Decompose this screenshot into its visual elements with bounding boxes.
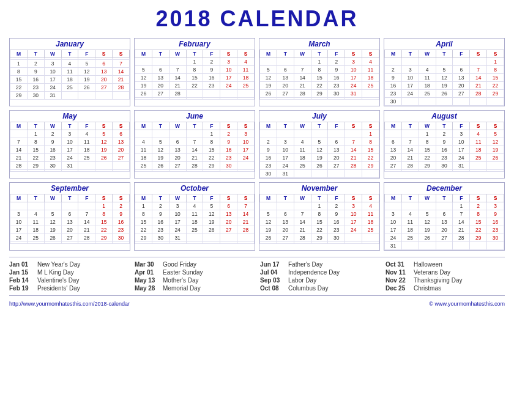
day-cell: 7 xyxy=(294,66,311,74)
holiday-entry: Jan 01New Year's Day xyxy=(9,261,128,268)
day-cell: 1 xyxy=(311,58,328,66)
day-cell: 10 xyxy=(345,210,362,218)
month-block-february: FebruaryMTWTFSS1234567891011121314151617… xyxy=(134,38,255,106)
day-cell xyxy=(10,130,28,138)
month-table: MTWTFSS123456789101112131415161718192021… xyxy=(135,122,255,172)
holiday-name: Independence Day xyxy=(288,269,340,276)
day-header: T xyxy=(311,194,328,202)
day-cell xyxy=(169,242,186,244)
day-cell: 19 xyxy=(311,154,328,162)
day-cell xyxy=(10,170,28,172)
day-cell: 23 xyxy=(487,226,504,234)
day-cell: 12 xyxy=(260,218,277,226)
day-header: W xyxy=(294,50,311,58)
holiday-name: M L King Day xyxy=(37,269,74,276)
day-header: T xyxy=(401,122,419,130)
day-cell: 16 xyxy=(328,74,345,82)
day-cell xyxy=(345,130,362,138)
day-cell: 3 xyxy=(345,202,362,210)
day-cell xyxy=(385,202,402,210)
day-cell: 23 xyxy=(328,226,345,234)
day-cell: 27 xyxy=(61,234,78,242)
day-cell: 6 xyxy=(277,210,294,218)
holiday-entry: Nov 22Thanksgiving Day xyxy=(386,277,505,284)
day-cell: 20 xyxy=(152,82,169,90)
day-cell xyxy=(95,170,113,172)
day-cell xyxy=(436,98,453,106)
day-cell xyxy=(10,202,28,210)
day-cell xyxy=(470,98,487,106)
day-header: M xyxy=(10,50,28,58)
day-cell: 2 xyxy=(260,138,277,146)
day-header: W xyxy=(419,194,436,202)
day-cell: 25 xyxy=(61,84,78,92)
day-cell: 13 xyxy=(113,138,130,146)
day-cell xyxy=(135,58,152,66)
day-cell: 29 xyxy=(311,234,328,242)
day-header: M xyxy=(385,122,402,130)
holiday-entry: Nov 11Veterans Day xyxy=(386,269,505,276)
page-title: 2018 CALENDAR xyxy=(9,6,505,32)
day-cell: 27 xyxy=(220,226,237,234)
day-cell: 1 xyxy=(362,130,379,138)
month-title: August xyxy=(384,111,504,122)
holiday-name: Christmas xyxy=(414,285,441,292)
day-cell xyxy=(328,98,345,100)
day-cell: 24 xyxy=(220,82,237,90)
day-cell: 25 xyxy=(135,162,152,170)
day-cell xyxy=(345,234,362,242)
day-cell: 3 xyxy=(237,130,255,138)
day-cell xyxy=(203,234,220,242)
day-cell: 6 xyxy=(277,66,294,74)
day-cell xyxy=(152,242,169,244)
day-cell: 19 xyxy=(152,154,169,162)
holiday-name: Good Friday xyxy=(163,261,196,268)
day-cell: 31 xyxy=(385,242,402,250)
day-cell: 26 xyxy=(44,234,61,242)
day-cell: 15 xyxy=(135,218,152,226)
day-cell: 8 xyxy=(487,66,504,74)
day-cell: 26 xyxy=(487,154,504,162)
day-header: T xyxy=(277,50,294,58)
day-cell: 6 xyxy=(95,60,113,68)
day-cell xyxy=(419,170,436,172)
day-header: W xyxy=(169,122,186,130)
day-cell: 29 xyxy=(487,90,504,98)
day-cell: 25 xyxy=(27,234,44,242)
day-cell xyxy=(44,202,61,210)
day-cell xyxy=(401,130,419,138)
day-cell xyxy=(135,98,152,100)
day-cell: 30 xyxy=(487,234,504,242)
day-cell: 21 xyxy=(237,218,255,226)
month-title: March xyxy=(259,39,379,50)
holiday-name: Easter Sunday xyxy=(163,269,203,276)
day-cell: 22 xyxy=(186,82,203,90)
day-cell: 10 xyxy=(237,138,255,146)
day-cell: 19 xyxy=(436,82,453,90)
day-cell: 28 xyxy=(453,234,470,242)
day-header: W xyxy=(44,122,61,130)
day-cell: 6 xyxy=(113,130,130,138)
day-cell xyxy=(311,130,328,138)
day-cell xyxy=(78,92,95,100)
day-header: S xyxy=(220,194,237,202)
day-cell xyxy=(311,98,328,100)
day-cell: 4 xyxy=(135,138,152,146)
day-cell: 24 xyxy=(385,234,402,242)
day-cell: 3 xyxy=(345,58,362,66)
day-cell: 24 xyxy=(237,154,255,162)
day-header: W xyxy=(294,122,311,130)
holiday-column: Mar 30Good FridayApr 01Easter SundayMay … xyxy=(135,261,254,292)
day-cell xyxy=(419,202,436,210)
holiday-date: Jul 04 xyxy=(260,269,286,276)
day-cell xyxy=(470,162,487,170)
day-header: S xyxy=(95,50,113,58)
day-cell xyxy=(345,170,362,178)
day-cell: 31 xyxy=(61,162,78,170)
day-header: F xyxy=(78,50,95,58)
month-table: MTWTFSS123456789101112131415161718192021… xyxy=(384,122,504,172)
day-cell: 30 xyxy=(220,162,237,170)
day-cell: 22 xyxy=(362,154,379,162)
day-cell: 3 xyxy=(169,202,186,210)
day-cell: 27 xyxy=(277,234,294,242)
